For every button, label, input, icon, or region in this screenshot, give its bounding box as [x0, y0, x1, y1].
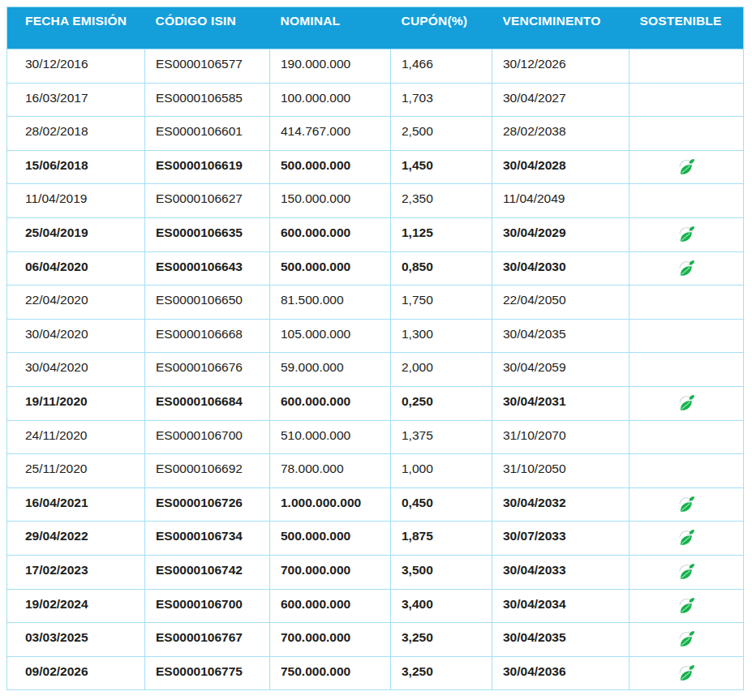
cell-nominal: 700.000.000 — [270, 623, 391, 657]
cell-fecha-emision: 30/04/2020 — [7, 319, 145, 353]
table-row: 30/04/2020 ES0000106676 59.000.000 2,000… — [7, 353, 744, 387]
cell-codigo-isin: ES0000106635 — [145, 217, 270, 251]
table-row: 30/04/2020 ES0000106668 105.000.000 1,30… — [7, 319, 744, 353]
cell-vencimiento: 31/10/2050 — [492, 454, 630, 488]
cell-cupon: 1,750 — [391, 286, 492, 320]
cell-fecha-emision: 22/04/2020 — [7, 286, 145, 320]
cell-sostenible — [630, 150, 744, 184]
cell-fecha-emision: 16/03/2017 — [7, 83, 145, 117]
cell-nominal: 1.000.000.000 — [270, 487, 391, 522]
cell-codigo-isin: ES0000106585 — [145, 83, 270, 117]
leaf-icon — [677, 562, 696, 581]
cell-fecha-emision: 06/04/2020 — [7, 251, 145, 286]
cell-fecha-emision: 25/11/2020 — [7, 454, 145, 488]
cell-vencimiento: 30/04/2031 — [492, 386, 630, 420]
cell-vencimiento: 30/07/2033 — [492, 522, 630, 556]
cell-codigo-isin: ES0000106700 — [145, 420, 270, 454]
cell-fecha-emision: 19/11/2020 — [7, 386, 145, 420]
cell-codigo-isin: ES0000106668 — [145, 319, 270, 353]
cell-nominal: 105.000.000 — [270, 319, 391, 353]
cell-nominal: 100.000.000 — [270, 83, 391, 117]
cell-nominal: 150.000.000 — [270, 184, 391, 218]
table-row: 03/03/2025 ES0000106767 700.000.000 3,25… — [7, 623, 744, 657]
cell-codigo-isin: ES0000106726 — [145, 487, 270, 522]
cell-sostenible — [630, 184, 744, 218]
cell-nominal: 750.000.000 — [270, 656, 391, 690]
cell-nominal: 81.500.000 — [270, 286, 391, 320]
cell-vencimiento: 30/04/2035 — [492, 319, 630, 353]
cell-cupon: 1,000 — [391, 454, 492, 488]
cell-nominal: 510.000.000 — [270, 420, 391, 454]
cell-sostenible — [630, 386, 744, 420]
cell-vencimiento: 30/04/2035 — [492, 623, 630, 657]
cell-sostenible — [630, 522, 744, 556]
cell-cupon: 2,350 — [391, 184, 492, 218]
cell-fecha-emision: 19/02/2024 — [7, 589, 145, 623]
cell-vencimiento: 30/04/2028 — [492, 150, 630, 184]
cell-fecha-emision: 15/06/2018 — [7, 150, 145, 184]
cell-fecha-emision: 09/02/2026 — [7, 656, 145, 690]
cell-sostenible — [630, 117, 744, 151]
table-row: 16/04/2021 ES0000106726 1.000.000.000 0,… — [7, 487, 744, 522]
cell-nominal: 78.000.000 — [270, 454, 391, 488]
cell-nominal: 700.000.000 — [270, 555, 391, 589]
cell-fecha-emision: 24/11/2020 — [7, 420, 145, 454]
cell-sostenible — [630, 319, 744, 353]
cell-vencimiento: 30/04/2029 — [492, 217, 630, 251]
cell-fecha-emision: 16/04/2021 — [7, 487, 145, 522]
leaf-icon — [677, 596, 696, 615]
cell-codigo-isin: ES0000106577 — [145, 49, 270, 84]
cell-vencimiento: 30/04/2034 — [492, 589, 630, 623]
table-row: 30/12/2016 ES0000106577 190.000.000 1,46… — [7, 49, 744, 84]
leaf-icon — [677, 495, 696, 513]
cell-vencimiento: 30/12/2026 — [492, 49, 630, 84]
cell-fecha-emision: 11/04/2019 — [7, 184, 145, 218]
cell-fecha-emision: 30/04/2020 — [7, 353, 145, 387]
cell-nominal: 600.000.000 — [270, 217, 391, 251]
cell-fecha-emision: 03/03/2025 — [7, 623, 145, 657]
cell-sostenible — [630, 286, 744, 320]
table-row: 17/02/2023 ES0000106742 700.000.000 3,50… — [7, 555, 744, 589]
leaf-icon — [677, 259, 696, 277]
cell-cupon: 1,703 — [391, 83, 492, 117]
cell-cupon: 3,500 — [391, 555, 492, 589]
table-row: 25/04/2019 ES0000106635 600.000.000 1,12… — [7, 217, 744, 251]
cell-nominal: 190.000.000 — [270, 49, 391, 84]
cell-sostenible — [630, 217, 744, 251]
cell-vencimiento: 30/04/2036 — [492, 656, 630, 690]
cell-vencimiento: 30/04/2027 — [492, 83, 630, 117]
cell-vencimiento: 30/04/2032 — [492, 487, 630, 522]
table-row: 19/02/2024 ES0000106700 600.000.000 3,40… — [7, 589, 744, 623]
table-row: 09/02/2026 ES0000106775 750.000.000 3,25… — [7, 656, 744, 690]
cell-codigo-isin: ES0000106775 — [145, 656, 270, 690]
page: FECHA EMISIÓN CÓDIGO ISIN NOMINAL CUPÓN(… — [0, 0, 752, 700]
cell-sostenible — [630, 589, 744, 623]
cell-cupon: 0,850 — [391, 251, 492, 286]
cell-sostenible — [630, 454, 744, 488]
table-row: 29/04/2022 ES0000106734 500.000.000 1,87… — [7, 522, 744, 556]
cell-cupon: 1,450 — [391, 150, 492, 184]
cell-nominal: 500.000.000 — [270, 251, 391, 286]
cell-codigo-isin: ES0000106676 — [145, 353, 270, 387]
cell-cupon: 0,250 — [391, 386, 492, 420]
cell-sostenible — [630, 353, 744, 387]
cell-cupon: 0,450 — [391, 487, 492, 522]
cell-cupon: 1,300 — [391, 319, 492, 353]
cell-fecha-emision: 28/02/2018 — [7, 117, 145, 151]
cell-vencimiento: 11/04/2049 — [492, 184, 630, 218]
cell-nominal: 414.767.000 — [270, 117, 391, 151]
cell-codigo-isin: ES0000106767 — [145, 623, 270, 657]
table-row: 25/11/2020 ES0000106692 78.000.000 1,000… — [7, 454, 744, 488]
column-header-sostenible: SOSTENIBLE — [630, 7, 744, 49]
leaf-icon — [677, 157, 696, 176]
cell-vencimiento: 31/10/2070 — [492, 420, 630, 454]
cell-nominal: 59.000.000 — [270, 353, 391, 387]
cell-codigo-isin: ES0000106619 — [145, 150, 270, 184]
column-header-nominal: NOMINAL — [270, 7, 391, 49]
cell-nominal: 500.000.000 — [270, 150, 391, 184]
bond-issuance-table: FECHA EMISIÓN CÓDIGO ISIN NOMINAL CUPÓN(… — [6, 6, 744, 690]
cell-cupon: 3,400 — [391, 589, 492, 623]
cell-vencimiento: 28/02/2038 — [492, 117, 630, 151]
leaf-icon — [677, 393, 696, 412]
column-header-fecha-emision: FECHA EMISIÓN — [7, 7, 145, 49]
